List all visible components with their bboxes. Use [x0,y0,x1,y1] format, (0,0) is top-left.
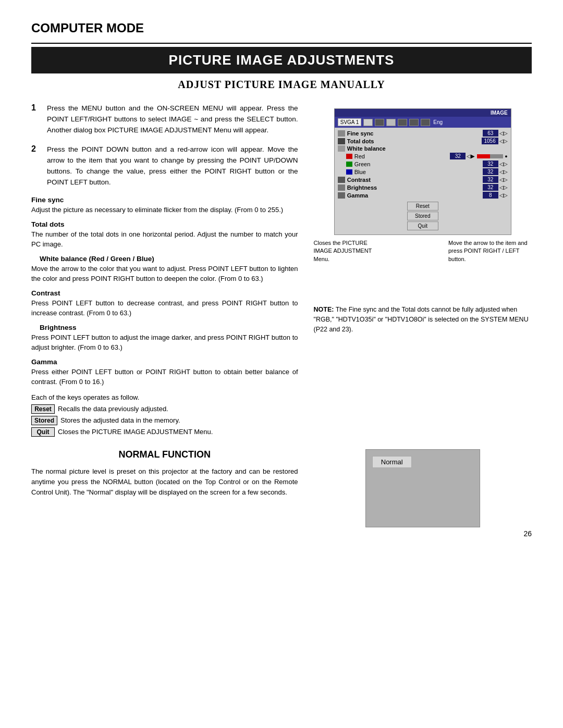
toolbar-icon-print [421,119,430,126]
ui-icon-contrast [338,177,345,183]
title-divider [31,43,532,44]
step-1-number: 1 [31,103,42,136]
contrast-desc: Press POINT LEFT button to decrease cont… [31,298,298,318]
ui-body: Fine sync 63 ◁▷ Total dots 1056 ◁▷ W [335,128,511,235]
key-desc-quit: Closes the PICTURE IMAGE ADJUSTMENT Menu… [58,428,213,436]
mockup-captions: Closes the PICTURE IMAGE ADJUSTMENT Menu… [314,239,532,263]
ui-arrow-contrast: ◁▷ [499,177,508,182]
gamma-desc: Press either POINT LEFT button or POINT … [31,367,298,387]
svga-label: SVGA 1 [338,118,362,126]
ui-row-brightness: Brightness 32 ◁▷ [338,184,508,191]
contrast-label: Contrast [31,289,298,297]
key-badge-stored: Stored [31,416,57,425]
caption-right: Move the arrow to the item and press POI… [448,239,532,263]
step-2-number: 2 [31,144,42,188]
step-1: 1 Press the MENU button and the ON-SCREE… [31,103,298,136]
ui-btn-stored[interactable]: Stored [407,212,438,220]
ui-arrow-red: ◁▶ [467,153,475,159]
ui-icon-whitebalance [338,145,345,152]
page-title: COMPUTER MODE [31,21,532,35]
ui-row-whitebalance: White balance [338,145,508,152]
subtitle: ADJUST PICTURE IMAGE MANUALLY [31,79,532,91]
ui-value-brightness: 32 [483,184,498,191]
normal-function-text: The normal picture level is preset on th… [31,466,298,498]
main-content: 1 Press the MENU button and the ON-SCREE… [31,103,532,439]
gamma-section: Gamma Press either POINT LEFT button or … [31,358,298,387]
contrast-section: Contrast Press POINT LEFT button to decr… [31,289,298,318]
ui-row-gamma: Gamma 8 ◁▷ [338,192,508,199]
ui-slider-fill-red [477,154,490,158]
key-desc-reset: Recalls the data previously adjusted. [58,405,168,413]
ui-icon-blue [346,169,352,175]
ui-value-finesync: 63 [483,130,498,137]
normal-right: Normal [314,449,532,527]
ui-icon-totaldots [338,138,345,144]
ui-btn-quit[interactable]: Quit [407,221,438,230]
key-badge-quit: Quit [31,427,55,437]
normal-two-col: NORMAL FUNCTION The normal picture level… [31,449,532,527]
ui-slider-dot: ● [505,154,507,159]
ui-label-brightness: Brightness [347,184,483,191]
keys-intro: Each of the keys operates as follow. [31,393,298,401]
ui-arrow-blue: ◁▷ [499,169,508,175]
toolbar-eng: Eng [433,119,443,125]
ui-label-finesync: Fine sync [347,130,483,137]
ui-icon-gamma [338,192,345,199]
key-row-stored: Stored Stores the adjusted data in the m… [31,416,298,425]
ui-value-contrast: 32 [483,176,498,183]
ui-subrow-red: Red 32 ◁▶ ● [338,153,508,159]
ui-value-red: 32 [450,153,466,159]
caption-left-text: Closes the PICTURE IMAGE ADJUSTMENT Menu… [314,240,372,262]
keys-section: Each of the keys operates as follow. Res… [31,393,298,437]
right-column: IMAGE SVGA 1 Eng Fin [314,103,532,439]
normal-function-title: NORMAL FUNCTION [31,449,298,460]
key-row-reset: Reset Recalls the data previously adjust… [31,404,298,414]
ui-arrow-finesync: ◁▷ [499,130,508,136]
page-number: 26 [523,529,532,538]
toolbar-icon-sq2 [409,119,419,126]
ui-icon-finesync [338,130,345,137]
ui-label-whitebalance: White balance [347,145,508,152]
ui-mockup: IMAGE SVGA 1 Eng Fin [334,108,511,235]
normal-left: NORMAL FUNCTION The normal picture level… [31,449,298,498]
fine-sync-desc: Adjust the picture as necessary to elimi… [31,205,298,215]
ui-arrow-gamma: ◁▷ [499,192,508,198]
ui-icon-green [346,162,352,167]
gamma-label: Gamma [31,358,298,366]
note-label: NOTE: [314,306,334,313]
ui-label-contrast: Contrast [347,177,483,183]
toolbar-icon-sq1 [398,119,407,126]
ui-row-contrast: Contrast 32 ◁▷ [338,176,508,183]
left-column: 1 Press the MENU button and the ON-SCREE… [31,103,298,439]
ui-row-finesync: Fine sync 63 ◁▷ [338,130,508,137]
fine-sync-section: Fine sync Adjust the picture as necessar… [31,196,298,215]
note-text: The Fine sync and the Total dots cannot … [314,306,529,333]
ui-btn-reset[interactable]: Reset [407,202,438,211]
caption-left: Closes the PICTURE IMAGE ADJUSTMENT Menu… [314,239,376,263]
banner: PICTURE IMAGE ADJUSTMENTS [31,47,532,73]
total-dots-desc: The number of the total dots in one hori… [31,229,298,250]
ui-toolbar: SVGA 1 Eng [335,117,511,128]
note-box: NOTE: The Fine sync and the Total dots c… [314,305,532,334]
normal-display: Normal [365,449,480,527]
ui-value-blue: 32 [483,168,498,175]
ui-icon-red [346,154,352,159]
ui-label-green: Green [354,161,483,167]
toolbar-icon-bars [375,119,384,126]
ui-value-totaldots: 1056 [482,138,498,144]
total-dots-label: Total dots [31,220,298,228]
ui-title-bar: IMAGE [335,109,511,117]
key-badge-reset: Reset [31,404,55,414]
brightness-desc: Press POINT LEFT button to adjust the im… [31,332,298,353]
ui-value-gamma: 8 [483,192,498,199]
fine-sync-label: Fine sync [31,196,298,204]
step-2: 2 Press the POINT DOWN button and a red-… [31,144,298,188]
ui-label-gamma: Gamma [347,192,483,199]
white-balance-desc: Move the arrow to the color that you wan… [31,264,298,284]
total-dots-section: Total dots The number of the total dots … [31,220,298,250]
white-balance-label: White balance (Red / Green / Blue) [40,255,298,263]
ui-arrow-brightness: ◁▷ [499,184,508,190]
key-desc-stored: Stores the adjusted data in the memory. [60,416,180,424]
caption-right-text: Move the arrow to the item and press POI… [448,240,528,262]
ui-icon-brightness [338,184,345,191]
